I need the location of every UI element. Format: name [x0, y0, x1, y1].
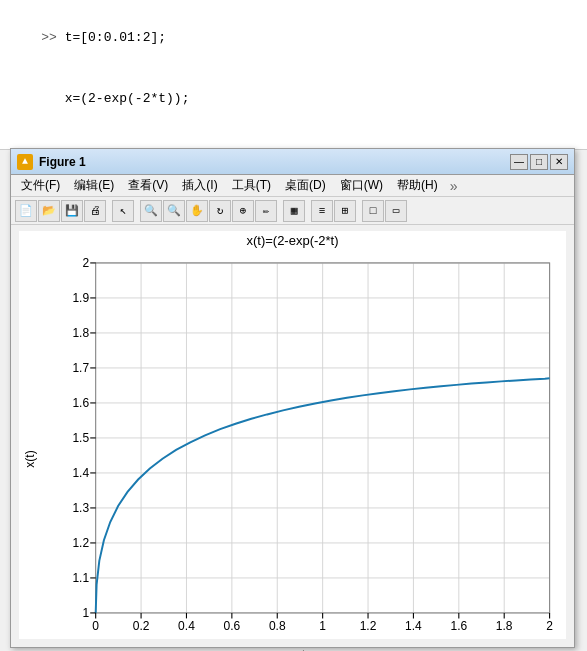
svg-text:1.9: 1.9	[72, 291, 89, 305]
code-line-2: x=(2-exp(-2*t));	[10, 68, 577, 128]
menu-edit[interactable]: 编辑(E)	[68, 175, 120, 196]
svg-text:1.6: 1.6	[450, 619, 467, 633]
svg-text:1.2: 1.2	[72, 536, 89, 550]
toolbar-sep-3	[278, 200, 282, 222]
menu-insert[interactable]: 插入(I)	[176, 175, 223, 196]
toolbar-select[interactable]: ↖	[112, 200, 134, 222]
toolbar-pan[interactable]: ✋	[186, 200, 208, 222]
svg-text:1.2: 1.2	[360, 619, 377, 633]
toolbar-sep-5	[357, 200, 361, 222]
svg-text:1.4: 1.4	[72, 466, 89, 480]
y-label-container: x(t)	[19, 252, 41, 651]
svg-text:1: 1	[82, 606, 89, 620]
toolbar-sep-2	[135, 200, 139, 222]
menu-view[interactable]: 查看(V)	[122, 175, 174, 196]
code-editor[interactable]: >> t=[0:0.01:2]; x=(2-exp(-2*t)); plot(t…	[0, 0, 587, 150]
minimize-button[interactable]: —	[510, 154, 528, 170]
figure-title: Figure 1	[39, 155, 510, 169]
svg-text:0.4: 0.4	[178, 619, 195, 633]
svg-text:0.6: 0.6	[224, 619, 241, 633]
svg-text:0.2: 0.2	[133, 619, 150, 633]
svg-text:1.1: 1.1	[72, 571, 89, 585]
toolbar-save[interactable]: 💾	[61, 200, 83, 222]
plot-svg: 0 0.2 0.4 0.6 0.8 1 1.2 1.4 1.6 1.8 2 1 …	[41, 252, 566, 646]
toolbar-print[interactable]: 🖨	[84, 200, 106, 222]
svg-text:2: 2	[82, 256, 89, 270]
menu-desktop[interactable]: 桌面(D)	[279, 175, 332, 196]
svg-text:1.5: 1.5	[72, 431, 89, 445]
toolbar-colorbar[interactable]: ▦	[283, 200, 305, 222]
code-line-1: >> t=[0:0.01:2];	[10, 8, 577, 68]
svg-text:0: 0	[92, 619, 99, 633]
svg-text:0.8: 0.8	[269, 619, 286, 633]
toolbar-rotate[interactable]: ↻	[209, 200, 231, 222]
title-bar-controls: — □ ✕	[510, 154, 568, 170]
toolbar-brush[interactable]: ✏	[255, 200, 277, 222]
svg-text:1.8: 1.8	[496, 619, 513, 633]
svg-text:1.4: 1.4	[405, 619, 422, 633]
svg-text:1.3: 1.3	[72, 501, 89, 515]
close-button[interactable]: ✕	[550, 154, 568, 170]
figure-window: ▲ Figure 1 — □ ✕ 文件(F) 编辑(E) 查看(V) 插入(I)…	[10, 148, 575, 648]
menu-window[interactable]: 窗口(W)	[334, 175, 389, 196]
toolbar-open[interactable]: 📂	[38, 200, 60, 222]
toolbar-box[interactable]: □	[362, 200, 384, 222]
menu-tools[interactable]: 工具(T)	[226, 175, 277, 196]
menu-help[interactable]: 帮助(H)	[391, 175, 444, 196]
toolbar-new[interactable]: 📄	[15, 200, 37, 222]
toolbar-zoom-in[interactable]: 🔍	[140, 200, 162, 222]
toolbar-grid[interactable]: ⊞	[334, 200, 356, 222]
toolbar-legend[interactable]: ≡	[311, 200, 333, 222]
svg-text:1.8: 1.8	[72, 326, 89, 340]
axes-area: 0 0.2 0.4 0.6 0.8 1 1.2 1.4 1.6 1.8 2 1 …	[41, 252, 566, 651]
prompt-2	[41, 91, 64, 106]
plot-inner: x(t)	[19, 252, 566, 651]
svg-text:1.6: 1.6	[72, 396, 89, 410]
toolbar-sep-1	[107, 200, 111, 222]
figure-icon: ▲	[17, 154, 33, 170]
toolbar-axes[interactable]: ▭	[385, 200, 407, 222]
svg-text:1.7: 1.7	[72, 361, 89, 375]
menu-bar: 文件(F) 编辑(E) 查看(V) 插入(I) 工具(T) 桌面(D) 窗口(W…	[11, 175, 574, 197]
prompt-1: >>	[41, 30, 64, 45]
svg-text:2: 2	[546, 619, 553, 633]
plot-container: x(t)=(2-exp(-2*t) x(t)	[19, 231, 566, 639]
plot-title: x(t)=(2-exp(-2*t)	[246, 233, 338, 248]
menu-file[interactable]: 文件(F)	[15, 175, 66, 196]
title-bar[interactable]: ▲ Figure 1 — □ ✕	[11, 149, 574, 175]
toolbar-sep-4	[306, 200, 310, 222]
menu-more[interactable]: »	[450, 178, 458, 194]
toolbar-zoom-out[interactable]: 🔍	[163, 200, 185, 222]
svg-text:1: 1	[319, 619, 326, 633]
toolbar: 📄 📂 💾 🖨 ↖ 🔍 🔍 ✋ ↻ ⊕ ✏ ▦ ≡ ⊞ □ ▭	[11, 197, 574, 225]
toolbar-datapts[interactable]: ⊕	[232, 200, 254, 222]
y-axis-label: x(t)	[23, 450, 37, 467]
maximize-button[interactable]: □	[530, 154, 548, 170]
